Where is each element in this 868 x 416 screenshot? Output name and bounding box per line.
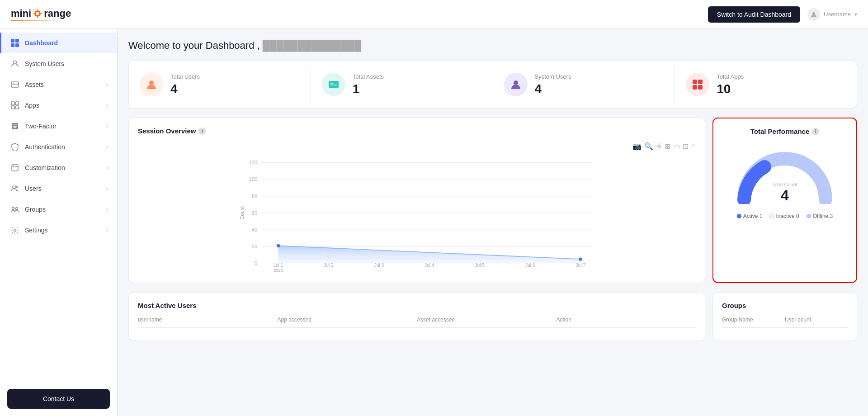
contact-us-button[interactable]: Contact Us [7, 389, 110, 409]
system-users-stat-icon [504, 73, 528, 96]
active-label: Active 1 [743, 213, 763, 219]
svg-text:Jul 7: Jul 7 [576, 263, 585, 268]
settings-chevron-icon: › [106, 227, 108, 233]
stat-system-users: System Users 4 [493, 66, 675, 104]
svg-rect-19 [15, 102, 19, 105]
stat-total-assets-label: Total Assets [353, 73, 384, 80]
sidebar-item-system-users[interactable]: System Users [0, 53, 117, 74]
sidebar-item-assets[interactable]: Assets › [0, 74, 117, 95]
svg-point-7 [35, 14, 37, 16]
sidebar-item-apps[interactable]: Apps › [0, 95, 117, 116]
svg-rect-20 [11, 106, 14, 109]
assets-icon [10, 80, 19, 89]
session-info-icon[interactable]: i [198, 128, 206, 135]
svg-text:2023: 2023 [274, 268, 283, 272]
user-name: Username [824, 11, 851, 18]
svg-rect-17 [13, 83, 14, 84]
groups-chevron-icon: › [106, 206, 108, 213]
stat-total-assets-value: 1 [353, 82, 384, 96]
chart-expand-icon[interactable]: ⊞ [665, 142, 670, 151]
svg-rect-12 [11, 43, 14, 47]
groups-card: Groups Group Name User count [712, 292, 857, 341]
settings-icon [10, 226, 19, 235]
col-group-name: Group Name [722, 317, 785, 323]
chart-add-icon[interactable]: ✛ [656, 142, 662, 151]
legend-offline: Offline 3 [807, 213, 833, 219]
svg-text:120: 120 [249, 160, 258, 165]
sidebar-label-dashboard: Dashboard [25, 39, 58, 47]
svg-point-34 [514, 80, 518, 85]
sidebar-item-groups[interactable]: Groups › [0, 199, 117, 220]
svg-text:0: 0 [255, 260, 257, 266]
col-app-accessed: App accessed [278, 317, 417, 323]
sidebar-item-customization[interactable]: Customization › [0, 157, 117, 178]
svg-rect-36 [698, 80, 703, 84]
bottom-row: Most Active Users username App accessed … [128, 292, 857, 341]
session-chart-title: Session Overview i [138, 127, 696, 135]
total-count-label: Total Count [735, 182, 835, 187]
sidebar: Dashboard System Users Assets [0, 29, 118, 416]
customization-chevron-icon: › [106, 165, 108, 171]
user-avatar-icon [807, 8, 820, 21]
charts-row: Session Overview i 📷 🔍 ✛ ⊞ ▭ ⊡ ⌂ [128, 118, 857, 283]
header: mini range Switch to Audit Dashboard Use… [0, 0, 868, 29]
stats-row: Total Users 4 Total Assets 1 System Us [128, 61, 857, 109]
two-factor-chevron-icon: › [106, 123, 108, 129]
session-chart-svg: 120 100 80 60 40 20 0 Count Jul 1 2023 J… [138, 154, 696, 272]
svg-point-6 [39, 10, 41, 12]
stat-total-apps-label: Total Apps [717, 73, 744, 80]
authentication-icon [10, 142, 19, 151]
svg-rect-37 [693, 85, 697, 90]
customization-icon [10, 163, 19, 172]
svg-text:100: 100 [249, 176, 258, 182]
user-dropdown-icon[interactable]: ▾ [854, 11, 857, 18]
sidebar-item-dashboard[interactable]: Dashboard [0, 33, 117, 53]
svg-text:Jul 4: Jul 4 [425, 263, 434, 268]
offline-dot [807, 214, 811, 218]
chart-crop-icon[interactable]: ⊡ [683, 142, 689, 151]
legend-active: Active 1 [737, 213, 763, 219]
svg-text:20: 20 [252, 244, 257, 249]
sidebar-label-authentication: Authentication [25, 143, 65, 151]
performance-info-icon[interactable]: i [812, 128, 819, 135]
welcome-username: ██████████████ [263, 40, 361, 51]
svg-point-29 [14, 229, 16, 232]
sidebar-item-settings[interactable]: Settings › [0, 220, 117, 241]
switch-to-audit-button[interactable]: Switch to Audit Dashboard [708, 6, 800, 23]
sidebar-item-two-factor[interactable]: Two-Factor › [0, 116, 117, 137]
svg-point-3 [33, 13, 35, 14]
chart-zoom-icon[interactable]: 🔍 [644, 142, 653, 151]
col-asset-accessed: Asset accessed [417, 317, 557, 323]
inactive-dot [769, 214, 774, 218]
svg-text:Jul 6: Jul 6 [525, 263, 535, 268]
groups-table-header: Group Name User count [722, 317, 848, 328]
total-apps-icon [686, 73, 709, 96]
assets-chevron-icon: › [106, 81, 108, 88]
session-chart-card: Session Overview i 📷 🔍 ✛ ⊞ ▭ ⊡ ⌂ [128, 118, 705, 283]
svg-point-64 [579, 257, 582, 260]
sidebar-label-groups: Groups [25, 206, 46, 213]
users-chevron-icon: › [106, 185, 108, 192]
welcome-text: Welcome to your Dashboard , [128, 40, 260, 51]
svg-text:Jul 3: Jul 3 [374, 263, 384, 268]
sidebar-label-users: Users [25, 185, 42, 192]
chart-home-icon[interactable]: ⌂ [691, 142, 696, 151]
svg-point-30 [149, 80, 154, 85]
svg-point-26 [16, 186, 18, 188]
logo-gear-icon [33, 9, 42, 19]
sidebar-item-users[interactable]: Users › [0, 178, 117, 199]
user-menu[interactable]: Username ▾ [807, 8, 857, 21]
dashboard-icon [10, 38, 19, 47]
chart-camera-icon[interactable]: 📷 [632, 142, 642, 151]
apps-icon [10, 101, 19, 110]
performance-card: Total Performance i Total Count 4 [712, 118, 857, 283]
svg-point-28 [16, 208, 18, 210]
sidebar-item-authentication[interactable]: Authentication › [0, 137, 117, 157]
logo-text-range: range [44, 8, 71, 19]
svg-point-63 [277, 244, 280, 247]
stat-total-users-label: Total Users [170, 73, 200, 80]
sidebar-label-assets: Assets [25, 81, 44, 88]
two-factor-icon [10, 122, 19, 131]
chart-minimize-icon[interactable]: ▭ [673, 142, 680, 151]
sidebar-label-apps: Apps [25, 102, 39, 109]
